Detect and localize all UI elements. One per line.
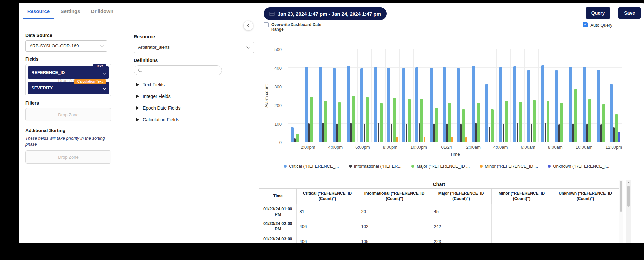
expand-arrow-icon (136, 95, 139, 98)
bar-critical (430, 68, 433, 142)
table-scrollbar[interactable] (619, 180, 623, 243)
table-cell-value (552, 234, 619, 243)
bar-group (539, 49, 552, 142)
bar-critical (402, 68, 405, 142)
legend-item-major[interactable]: Major ("REFERENCE_ID ... (411, 164, 470, 169)
legend-item-unknown[interactable]: Unknown ("REFERENCE_I... (548, 164, 609, 169)
chart-data-table: Chart TimeCritical ("REFERENCE_ID (Count… (259, 180, 619, 243)
date-range-picker[interactable]: Jan 23, 2024 1:47 pm - Jan 24, 2024 1:47… (264, 7, 387, 20)
legend-item-informational[interactable]: Informational ("REFER... (349, 164, 402, 169)
bar-critical (457, 68, 460, 142)
overwrite-date-range-option[interactable]: Overwrite Dashboard Date Range (264, 22, 322, 32)
data-source-select[interactable]: ARB-SYSLOG-CDR-169 (25, 40, 107, 52)
bar-major (477, 103, 480, 142)
save-button[interactable]: Save (618, 7, 641, 19)
bar-informational (419, 123, 420, 142)
definitions-group-label: Text Fields (143, 82, 165, 87)
pane-scrollbar[interactable] (626, 180, 631, 243)
data-source-value: ARB-SYSLOG-CDR-169 (30, 43, 79, 48)
tab-bar: ResourceSettingsDrilldown (19, 3, 258, 19)
table-cell-value: 105 (358, 234, 431, 243)
pane-scrollbar-thumb[interactable] (627, 186, 630, 207)
auto-query-option[interactable]: Auto Query (583, 22, 612, 28)
overwrite-date-range-label: Overwrite Dashboard Date Range (271, 22, 322, 32)
fields-drop-zone[interactable]: Drop Zone REFERENCE_IDTextSEVERITYCalcul… (25, 64, 111, 96)
definitions-group-text-fields[interactable]: Text Fields (134, 79, 254, 90)
resource-value: Arbitrator_alerts (138, 45, 170, 50)
bar-informational (364, 124, 365, 142)
legend-item-minor[interactable]: Minor ("REFERENCE_ID ... (480, 164, 538, 169)
legend-dot (548, 165, 551, 168)
definitions-group-integer-fields[interactable]: Integer Fields (134, 90, 254, 102)
field-pill-name: REFERENCE_ID (32, 70, 65, 75)
x-axis-label: Time (288, 152, 622, 157)
bar-informational (433, 124, 435, 142)
field-pill-severity[interactable]: SEVERITYCalculation-Text (28, 82, 109, 94)
table-cell-value: 242 (431, 219, 491, 234)
table-cell-value (552, 219, 619, 234)
scroll-up-button[interactable] (626, 180, 631, 185)
table-cell-value: 81 (296, 204, 358, 219)
field-pill-reference-id[interactable]: REFERENCE_IDText (28, 66, 109, 79)
table-scrollbar-thumb[interactable] (620, 181, 622, 212)
x-tick-label (481, 145, 493, 150)
table-cell-time: 01/23/24 01:00 PM (259, 204, 296, 219)
definitions-search (134, 65, 222, 75)
definitions-label: Definitions (134, 58, 254, 63)
y-tick-label: 100 (274, 122, 282, 127)
field-type-badge: Calculation-Text (74, 79, 106, 84)
filters-drop-zone[interactable]: Drop Zone (25, 108, 111, 121)
bar-critical (305, 67, 308, 142)
x-tick-label: 8:00pm (383, 145, 397, 150)
bar-informational (475, 123, 477, 142)
bar-major (448, 103, 451, 142)
bar-critical (360, 68, 363, 142)
definitions-group-label: Epoch Date Fields (143, 105, 180, 111)
table-header-cell: Minor ("REFERENCE_ID (Count)") (491, 189, 552, 204)
legend-item-critical[interactable]: Critical ("REFERENCE_... (284, 164, 339, 169)
resource-label: Resource (134, 34, 254, 39)
tab-settings[interactable]: Settings (54, 3, 86, 19)
app-panel: ResourceSettingsDrilldown Data Source AR… (19, 3, 644, 243)
bar-informational (294, 138, 296, 142)
bar-group (552, 49, 566, 142)
bar-informational (336, 124, 338, 142)
bar-informational (308, 123, 310, 142)
table-cell-value: 20 (358, 204, 431, 219)
tab-resource[interactable]: Resource (23, 3, 54, 19)
definitions-group-epoch-date-fields[interactable]: Epoch Date Fields (134, 102, 254, 114)
bar-critical (610, 84, 613, 142)
chevron-down-icon (103, 87, 106, 90)
bar-critical (499, 67, 502, 142)
x-tick-label: 01/24 (440, 145, 453, 150)
bar-group (511, 49, 525, 142)
bar-informational (503, 124, 504, 142)
expand-arrow-icon (136, 106, 139, 110)
collapse-panel-button[interactable] (243, 21, 253, 31)
overwrite-date-range-checkbox[interactable] (264, 22, 269, 27)
auto-query-checkbox[interactable] (583, 22, 588, 27)
bar-informational (350, 123, 352, 142)
bar-informational (446, 124, 448, 142)
definitions-group-calculation-fields[interactable]: Calculation Fields (134, 114, 254, 125)
chart-data-table-container: Chart TimeCritical ("REFERENCE_ID (Count… (259, 180, 623, 243)
table-cell-value (552, 204, 619, 219)
legend-dot (284, 165, 287, 168)
definitions-search-input[interactable] (145, 68, 218, 73)
filters-label: Filters (25, 100, 111, 106)
x-tick-label (508, 145, 521, 150)
additional-sorting-drop-zone-text: Drop Zone (58, 155, 78, 160)
query-button[interactable]: Query (586, 7, 610, 19)
tab-drilldown[interactable]: Drilldown (86, 3, 118, 19)
resource-select[interactable]: Arbitrator_alerts (134, 42, 254, 53)
table-cell-value: 406 (296, 234, 358, 243)
table-row: 01/23/24 01:00 PM812045 (259, 204, 619, 219)
x-tick-label (343, 145, 355, 150)
bar-major (602, 104, 605, 142)
x-tick-label: 6:00am (521, 145, 535, 150)
chevron-left-icon (247, 24, 250, 28)
table-cell-value (491, 219, 552, 234)
field-pill-name: SEVERITY (32, 85, 53, 90)
additional-sorting-drop-zone[interactable]: Drop Zone (25, 150, 111, 164)
bar-informational (517, 123, 518, 142)
